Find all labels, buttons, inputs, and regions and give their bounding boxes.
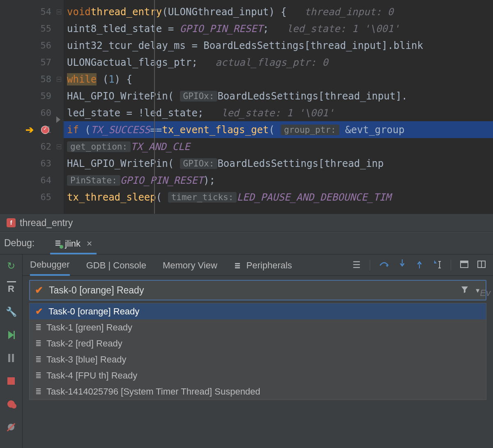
debug-actions-rail: ↻ R 🔧 [0, 254, 23, 448]
step-over-icon[interactable] [379, 260, 389, 270]
bug-icon [54, 239, 62, 248]
code-line[interactable]: while (1) { [64, 71, 493, 88]
stop-button[interactable] [5, 375, 17, 387]
code-column[interactable]: void thread_entry(ULONG thread_input) { … [64, 0, 493, 214]
selected-thread-label: Task-0 [orange] Ready [49, 285, 461, 296]
gutter-line[interactable]: 54 [0, 3, 64, 20]
close-icon[interactable]: ✕ [86, 239, 92, 248]
breadcrumb[interactable]: f thread_entry [0, 214, 493, 232]
gutter-line[interactable]: ➔✓61 [0, 121, 64, 138]
settings-button[interactable]: 🔧 [5, 306, 17, 318]
code-line[interactable]: tx_thread_sleep( timer_ticks: LED_PAUSE_… [64, 189, 493, 206]
tab-peripherals[interactable]: Peripherals [234, 260, 292, 275]
fold-icon[interactable] [56, 9, 62, 14]
check-icon: ✔ [35, 306, 43, 317]
gutter-line[interactable]: 57 [0, 54, 64, 71]
gutter-line[interactable]: 63 [0, 155, 64, 172]
code-line[interactable]: led_state = !led_state; led_state: 1 '\0… [64, 104, 493, 121]
gutter-line[interactable]: 64 [0, 172, 64, 189]
gutter-line[interactable]: 60 [0, 104, 64, 121]
restore-layout-button[interactable]: R [5, 283, 17, 295]
breadcrumb-text: thread_entry [20, 217, 73, 229]
function-icon: f [7, 218, 16, 227]
layout-icon[interactable] [477, 260, 486, 270]
chip-icon [234, 262, 243, 270]
tab-debugger[interactable]: Debugger [30, 259, 70, 276]
thread-item[interactable]: ≣Task-2 [red] Ready [30, 335, 486, 351]
code-editor[interactable]: 54555657585960➔✓6162636465 void thread_e… [0, 0, 493, 214]
mute-breakpoints-button[interactable] [5, 421, 17, 433]
code-line[interactable]: uint32_t cur_delay_ms = BoardLedsSetting… [64, 37, 493, 54]
editor-gutter[interactable]: 54555657585960➔✓6162636465 [0, 0, 64, 214]
code-line[interactable]: ULONG actual_flags_ptr; actual_flags_ptr… [64, 54, 493, 71]
thread-label: Task-0 [orange] Ready [48, 306, 139, 317]
code-line[interactable]: void thread_entry(ULONG thread_input) { … [64, 3, 493, 20]
step-out-icon[interactable] [415, 259, 424, 271]
debug-tabs: Debugger GDB | Console Memory View Perip… [23, 254, 493, 276]
thread-label: Task-4 [FPU th] Ready [46, 370, 137, 381]
code-line[interactable]: HAL_GPIO_WritePin( GPIOx: BoardLedsSetti… [64, 88, 493, 104]
debug-toolwindow-header: Debug: jlink ✕ [0, 232, 493, 254]
exec-pointer-icon: ➔ [25, 124, 34, 136]
thread-icon: ≣ [35, 387, 41, 396]
svg-rect-7 [461, 261, 468, 263]
gutter-line[interactable]: 58 [0, 71, 64, 88]
thread-item[interactable]: ≣Task-1414025796 [System Timer Thread] S… [30, 383, 486, 400]
gutter-line[interactable]: 65 [0, 189, 64, 206]
filter-icon[interactable] [461, 285, 469, 296]
step-into-icon[interactable] [398, 259, 406, 271]
run-to-cursor-icon[interactable] [433, 259, 442, 271]
fold-icon[interactable] [56, 144, 62, 149]
thread-label: Task-3 [blue] Ready [46, 354, 126, 365]
thread-icon: ≣ [35, 371, 41, 380]
tab-gdb-console[interactable]: GDB | Console [86, 260, 146, 275]
rerun-button[interactable]: ↻ [5, 260, 17, 272]
thread-selector[interactable]: ✔ Task-0 [orange] Ready ▼ [29, 280, 486, 300]
thread-item[interactable]: ✔Task-0 [orange] Ready [30, 303, 486, 319]
frames-icon[interactable]: ☰ [352, 260, 361, 270]
debug-panel: ↻ R 🔧 Debugger GDB | Console Memory View… [0, 254, 493, 448]
thread-item[interactable]: ≣Task-3 [blue] Ready [30, 351, 486, 367]
code-line[interactable]: uint8_t led_state = GPIO_PIN_RESET; led_… [64, 20, 493, 37]
code-line[interactable]: if (TX_SUCCESS == tx_event_flags_get( gr… [64, 121, 493, 138]
gutter-line[interactable]: 62 [0, 138, 64, 155]
code-line[interactable]: PinState: GPIO_PIN_RESET); [64, 172, 493, 189]
thread-icon: ≣ [35, 339, 41, 348]
thread-label: Task-2 [red] Ready [46, 338, 122, 349]
check-icon: ✔ [35, 284, 43, 296]
thread-item[interactable]: ≣Task-1 [green] Ready [30, 319, 486, 335]
debug-session-tab[interactable]: jlink ✕ [50, 235, 97, 254]
view-breakpoints-button[interactable] [5, 398, 17, 410]
thread-icon: ≣ [35, 355, 41, 364]
thread-label: Task-1414025796 [System Timer Thread] Su… [46, 386, 260, 397]
pause-button[interactable] [5, 352, 17, 364]
tab-memory-view[interactable]: Memory View [163, 260, 217, 275]
resume-button[interactable] [5, 329, 17, 341]
thread-item[interactable]: ≣Task-4 [FPU th] Ready [30, 367, 486, 383]
fold-icon[interactable] [56, 76, 62, 82]
debug-label: Debug: [4, 238, 35, 249]
step-toolbar: ☰ [352, 259, 486, 271]
thread-label: Task-1 [green] Ready [46, 322, 132, 333]
gutter-line[interactable]: 59 [0, 88, 64, 104]
gutter-line[interactable]: 55 [0, 20, 64, 37]
gutter-line[interactable]: 56 [0, 37, 64, 54]
thread-dropdown-list[interactable]: ✔Task-0 [orange] Ready≣Task-1 [green] Re… [29, 303, 486, 400]
breakpoint-icon[interactable]: ✓ [41, 126, 49, 134]
code-line[interactable]: get_option: TX_AND_CLE [64, 138, 493, 155]
evaluate-icon[interactable] [460, 260, 468, 270]
thread-icon: ≣ [35, 323, 41, 332]
debug-main: Debugger GDB | Console Memory View Perip… [23, 254, 493, 448]
code-line[interactable]: HAL_GPIO_WritePin( GPIOx: BoardLedsSetti… [64, 155, 493, 172]
side-label: Ev [480, 288, 491, 298]
tab-name: jlink [65, 238, 81, 249]
